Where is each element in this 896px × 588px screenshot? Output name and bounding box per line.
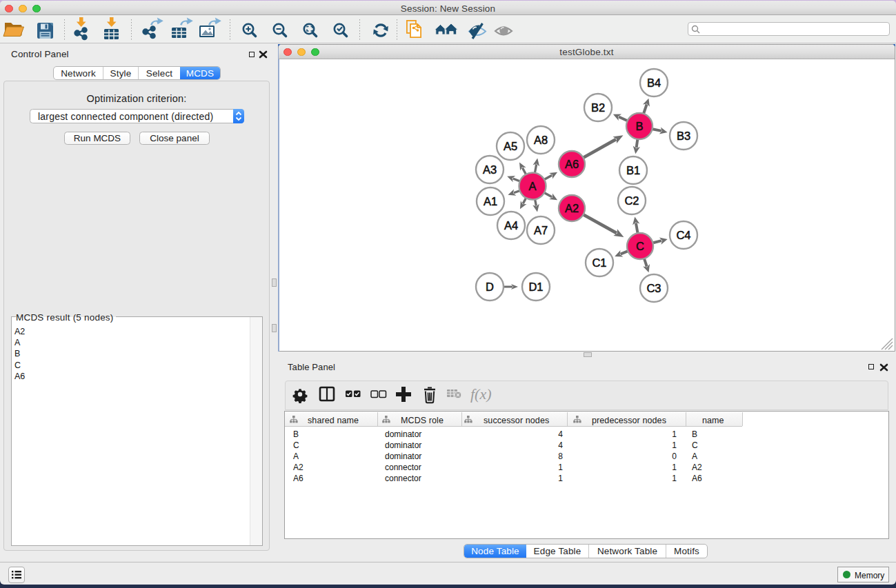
svg-text:A3: A3 [483, 163, 497, 176]
svg-text:A: A [528, 180, 536, 192]
svg-text:A6: A6 [565, 158, 579, 170]
svg-text:A8: A8 [534, 134, 548, 146]
svg-text:C: C [636, 240, 644, 252]
svg-text:B1: B1 [626, 164, 640, 176]
svg-text:A1: A1 [484, 195, 497, 207]
svg-text:B2: B2 [591, 101, 605, 114]
svg-text:B4: B4 [647, 77, 661, 89]
svg-text:B3: B3 [677, 130, 690, 142]
svg-text:D1: D1 [528, 281, 543, 293]
svg-text:C3: C3 [646, 282, 661, 294]
svg-text:C2: C2 [624, 194, 639, 207]
svg-text:A5: A5 [504, 140, 517, 152]
svg-text:A4: A4 [504, 219, 518, 232]
svg-text:A7: A7 [534, 224, 548, 236]
svg-text:A2: A2 [565, 202, 579, 214]
svg-text:f(x): f(x) [470, 385, 492, 403]
svg-text:C4: C4 [676, 229, 690, 241]
svg-text:B: B [635, 120, 643, 132]
svg-text:C1: C1 [592, 256, 606, 269]
svg-text:D: D [486, 281, 494, 293]
